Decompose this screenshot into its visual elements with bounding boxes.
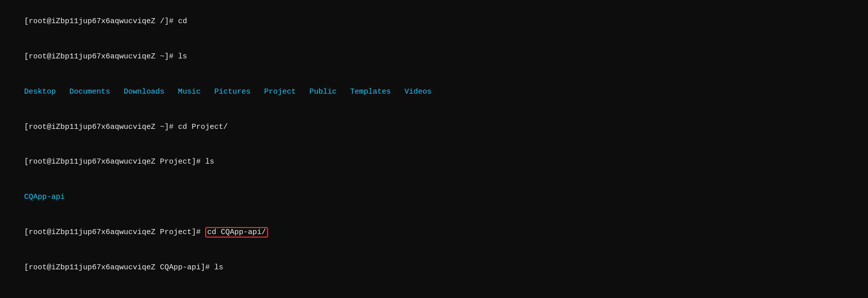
dir-pictures: Pictures [214, 88, 250, 96]
terminal-line-2: [root@iZbp11jup67x6aqwucviqeZ ~]# ls [6, 39, 862, 74]
dir-downloads: Downloads [124, 88, 164, 96]
terminal-line-4: [root@iZbp11jup67x6aqwucviqeZ ~]# cd Pro… [6, 109, 862, 144]
dir-music: Music [178, 88, 201, 96]
dir-public: Public [309, 88, 336, 96]
terminal: [root@iZbp11jup67x6aqwucviqeZ /]# cd [ro… [6, 4, 862, 298]
dir-videos: Videos [404, 88, 431, 96]
dir-documents: Documents [69, 88, 110, 96]
terminal-line-6: CQApp-api [6, 180, 862, 215]
prompt-text: [root@iZbp11jup67x6aqwucviqeZ ~]# cd Pro… [24, 123, 228, 131]
prompt-text: [root@iZbp11jup67x6aqwucviqeZ CQApp-api]… [24, 263, 223, 272]
prompt-text: [root@iZbp11jup67x6aqwucviqeZ Project]# [24, 228, 205, 237]
prompt-text: [root@iZbp11jup67x6aqwucviqeZ ~]# ls [24, 52, 187, 61]
highlighted-command-1: cd CQApp-api/ [205, 227, 268, 238]
dir-desktop: Desktop [24, 88, 56, 96]
terminal-line-8: [root@iZbp11jup67x6aqwucviqeZ CQApp-api]… [6, 250, 862, 285]
terminal-line-5: [root@iZbp11jup67x6aqwucviqeZ Project]# … [6, 144, 862, 180]
dir-project: Project [264, 88, 296, 96]
terminal-line-7: [root@iZbp11jup67x6aqwucviqeZ Project]# … [6, 215, 862, 250]
terminal-line-9: config.json init.lock log README.en.md R… [6, 285, 862, 298]
terminal-line-3: Desktop Documents Downloads Music Pictur… [6, 74, 862, 110]
prompt-text: [root@iZbp11jup67x6aqwucviqeZ /]# cd [24, 17, 187, 26]
dir-templates: Templates [350, 88, 391, 96]
dir-cqapp-api: CQApp-api [24, 193, 65, 201]
prompt-text: [root@iZbp11jup67x6aqwucviqeZ Project]# … [24, 158, 214, 166]
terminal-line-1: [root@iZbp11jup67x6aqwucviqeZ /]# cd [6, 4, 862, 39]
